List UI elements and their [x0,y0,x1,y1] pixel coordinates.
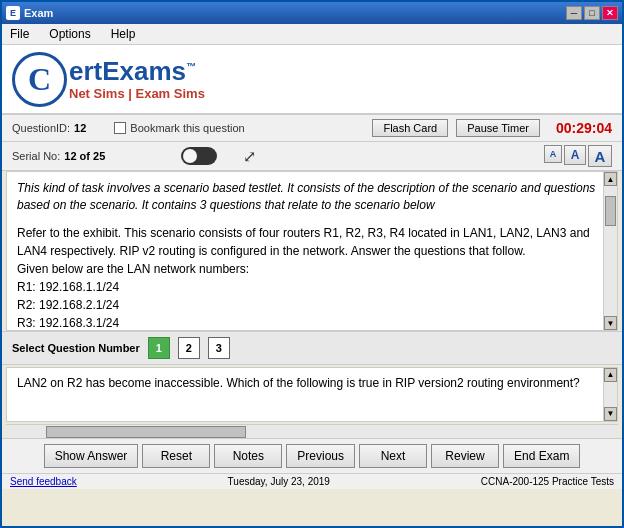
logo-tm: ™ [186,62,196,73]
logo-text-area: ertExams™ Net Sims | Exam Sims [69,57,205,101]
serial-value: 12 of 25 [64,150,105,162]
maximize-button[interactable]: □ [584,6,600,20]
logo-c-letter: C [28,63,51,95]
main-window: E Exam ─ □ ✕ File Options Help C ertExam… [0,0,624,528]
info-bar-1: QuestionID: 12 Bookmark this question Fl… [2,115,622,142]
minimize-button[interactable]: ─ [566,6,582,20]
title-controls: ─ □ ✕ [566,6,618,20]
reset-button[interactable]: Reset [142,444,210,468]
review-button[interactable]: Review [431,444,499,468]
q-scroll-down[interactable]: ▼ [604,407,617,421]
logo-area: C ertExams™ Net Sims | Exam Sims [2,45,622,115]
logo-tagline: Net Sims | Exam Sims [69,86,205,101]
toggle-switch[interactable] [181,147,217,165]
bottom-buttons: Show Answer Reset Notes Previous Next Re… [2,438,622,473]
serial-group: Serial No: 12 of 25 [12,150,105,162]
logo-brand: ertExams™ [69,57,205,86]
bookmark-area: Bookmark this question [114,122,244,134]
status-product: CCNA-200-125 Practice Tests [481,476,614,487]
question-btn-1[interactable]: 1 [148,337,170,359]
font-small-button[interactable]: A [544,145,562,163]
title-bar: E Exam ─ □ ✕ [2,2,622,24]
question-selector-label: Select Question Number [12,342,140,354]
next-button[interactable]: Next [359,444,427,468]
question-selector: Select Question Number 1 2 3 [2,331,622,365]
logo-circle: C [12,52,67,107]
show-answer-button[interactable]: Show Answer [44,444,139,468]
scroll-track [604,186,617,316]
hscroll-thumb[interactable] [46,426,246,438]
info-bar-2: Serial No: 12 of 25 ⤢ A A A [2,142,622,171]
question-id-label: QuestionID: [12,122,70,134]
menu-bar: File Options Help [2,24,622,45]
scroll-down-arrow[interactable]: ▼ [604,316,617,330]
end-exam-button[interactable]: End Exam [503,444,580,468]
question-area: LAN2 on R2 has become inaccessible. Whic… [6,367,618,422]
content-body: Refer to the exhibit. This scenario cons… [17,224,607,331]
fullscreen-icon[interactable]: ⤢ [243,147,256,166]
bookmark-label: Bookmark this question [130,122,244,134]
content-area[interactable]: This kind of task involves a scenario ba… [6,171,618,331]
pause-timer-button[interactable]: Pause Timer [456,119,540,137]
font-large-button[interactable]: A [588,145,612,167]
q-scroll-up[interactable]: ▲ [604,368,617,382]
title-bar-left: E Exam [6,6,53,20]
font-medium-button[interactable]: A [564,145,586,165]
send-feedback-link[interactable]: Send feedback [10,476,77,487]
question-id-value: 12 [74,122,86,134]
toggle-knob [183,149,197,163]
q-scroll-track [604,382,617,407]
scenario-text: This kind of task involves a scenario ba… [17,180,607,214]
menu-file[interactable]: File [6,26,33,42]
notes-button[interactable]: Notes [214,444,282,468]
serial-label: Serial No: [12,150,60,162]
close-button[interactable]: ✕ [602,6,618,20]
menu-help[interactable]: Help [107,26,140,42]
status-bar: Send feedback Tuesday, July 23, 2019 CCN… [2,473,622,489]
status-date: Tuesday, July 23, 2019 [228,476,330,487]
horizontal-scrollbar[interactable] [6,424,618,438]
question-scrollbar[interactable]: ▲ ▼ [603,368,617,421]
app-icon: E [6,6,20,20]
question-text: LAN2 on R2 has become inaccessible. Whic… [17,376,580,390]
font-size-buttons: A A A [544,145,612,167]
window-title: Exam [24,7,53,19]
timer-display: 00:29:04 [556,120,612,136]
scroll-up-arrow[interactable]: ▲ [604,172,617,186]
flashcard-button[interactable]: Flash Card [372,119,448,137]
question-btn-3[interactable]: 3 [208,337,230,359]
scroll-thumb[interactable] [605,196,616,226]
question-id-group: QuestionID: 12 [12,122,86,134]
bookmark-checkbox[interactable] [114,122,126,134]
question-btn-2[interactable]: 2 [178,337,200,359]
previous-button[interactable]: Previous [286,444,355,468]
vertical-scrollbar[interactable]: ▲ ▼ [603,172,617,330]
menu-options[interactable]: Options [45,26,94,42]
